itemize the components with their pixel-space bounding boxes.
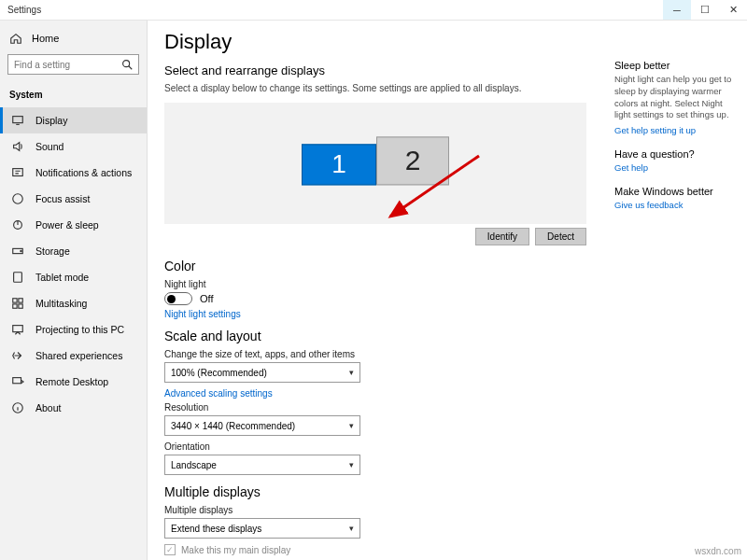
tablet-icon	[11, 271, 24, 284]
projecting-icon	[11, 323, 24, 336]
sidebar-item-storage[interactable]: Storage	[0, 238, 147, 264]
monitor-2[interactable]: 2	[376, 136, 449, 185]
chevron-down-icon: ▾	[349, 421, 354, 430]
sleep-better-heading: Sleep better	[614, 60, 738, 71]
svg-rect-11	[13, 326, 23, 332]
resolution-dropdown[interactable]: 3440 × 1440 (Recommended) ▾	[164, 415, 360, 436]
sidebar-item-label: Notifications & actions	[35, 167, 132, 178]
sidebar-item-label: Tablet mode	[35, 272, 89, 283]
svg-rect-7	[13, 299, 17, 302]
get-help-link[interactable]: Get help	[614, 162, 738, 173]
search-wrap	[0, 50, 147, 84]
rearrange-heading: Select and rearrange displays	[164, 63, 586, 77]
feedback-heading: Make Windows better	[614, 186, 738, 197]
maximize-button[interactable]: ☐	[691, 0, 719, 20]
sidebar-item-multitasking[interactable]: Multitasking	[0, 290, 147, 316]
sidebar-item-label: Sound	[35, 141, 63, 152]
svg-rect-8	[19, 299, 22, 302]
advanced-scaling-link[interactable]: Advanced scaling settings	[164, 388, 586, 399]
sidebar-item-focus[interactable]: Focus assist	[0, 186, 147, 212]
shared-icon	[11, 349, 24, 362]
sidebar-item-shared[interactable]: Shared experiences	[0, 343, 147, 369]
titlebar: Settings ─ ☐ ✕	[0, 0, 747, 21]
svg-rect-2	[13, 169, 23, 176]
search-icon	[120, 58, 134, 71]
sidebar-item-label: Display	[35, 115, 67, 126]
orientation-dropdown[interactable]: Landscape ▾	[164, 455, 360, 475]
svg-point-5	[21, 250, 21, 251]
content-area: Display Select and rearrange displays Se…	[148, 21, 609, 560]
sidebar-item-label: About	[35, 402, 61, 413]
close-button[interactable]: ✕	[719, 0, 747, 20]
sidebar-item-label: Multitasking	[35, 298, 87, 309]
main-display-label: Make this my main display	[181, 545, 290, 555]
svg-rect-6	[14, 273, 22, 283]
page-title: Display	[164, 30, 586, 54]
multiple-displays-label: Multiple displays	[164, 505, 586, 515]
power-icon	[11, 218, 24, 231]
sidebar-item-label: Shared experiences	[35, 350, 122, 361]
color-heading: Color	[164, 259, 586, 273]
identify-button[interactable]: Identify	[475, 228, 529, 245]
about-icon	[11, 401, 24, 414]
question-heading: Have a question?	[614, 148, 738, 160]
window-title: Settings	[0, 5, 41, 15]
night-light-settings-link[interactable]: Night light settings	[164, 309, 586, 319]
home-label: Home	[32, 33, 59, 44]
sidebar-item-label: Focus assist	[35, 193, 90, 204]
sleep-better-text: Night light can help you get to sleep by…	[614, 74, 738, 121]
sidebar-item-display[interactable]: Display	[0, 107, 147, 133]
watermark: wsxdn.com	[695, 546, 741, 556]
home-icon	[9, 32, 22, 45]
detect-button[interactable]: Detect	[535, 228, 586, 245]
night-light-state: Off	[200, 293, 213, 304]
sleep-better-link[interactable]: Get help setting it up	[614, 125, 738, 135]
sidebar-item-label: Storage	[35, 245, 70, 257]
focus-icon	[11, 192, 24, 205]
remote-icon	[11, 375, 24, 388]
sound-icon	[11, 140, 24, 153]
main-display-checkbox-row: ✓ Make this my main display	[164, 544, 586, 555]
storage-icon	[11, 245, 24, 258]
feedback-link[interactable]: Give us feedback	[614, 200, 738, 210]
monitor-1[interactable]: 1	[302, 144, 376, 185]
display-icon	[11, 114, 24, 127]
main-display-checkbox[interactable]: ✓	[164, 544, 176, 555]
multitasking-icon	[11, 297, 24, 310]
notifications-icon	[11, 166, 24, 179]
sidebar-item-tablet[interactable]: Tablet mode	[0, 264, 147, 290]
night-light-toggle[interactable]	[164, 292, 192, 305]
resolution-label: Resolution	[164, 402, 586, 413]
multiple-displays-dropdown[interactable]: Extend these displays ▾	[164, 518, 360, 539]
orientation-value: Landscape	[171, 460, 217, 470]
help-pane: Sleep better Night light can help you ge…	[609, 21, 747, 560]
category-header: System	[0, 84, 147, 107]
svg-rect-10	[19, 304, 22, 308]
window-controls: ─ ☐ ✕	[663, 0, 747, 20]
chevron-down-icon: ▾	[349, 524, 354, 533]
svg-rect-1	[13, 117, 23, 123]
display-arrangement[interactable]: 1 2	[164, 103, 586, 224]
resolution-value: 3440 × 1440 (Recommended)	[171, 421, 295, 431]
sidebar-item-power[interactable]: Power & sleep	[0, 212, 147, 238]
sidebar: Home System Display Sound Notifications …	[0, 21, 148, 560]
chevron-down-icon: ▾	[349, 368, 354, 377]
svg-rect-12	[13, 378, 21, 384]
rearrange-desc: Select a display below to change its set…	[164, 83, 586, 93]
minimize-button[interactable]: ─	[663, 0, 691, 20]
svg-rect-9	[13, 304, 17, 308]
scale-value: 100% (Recommended)	[171, 368, 267, 378]
sidebar-item-label: Projecting to this PC	[35, 324, 124, 335]
multiple-displays-value: Extend these displays	[171, 524, 261, 534]
home-nav[interactable]: Home	[0, 26, 147, 50]
sidebar-item-sound[interactable]: Sound	[0, 133, 147, 160]
search-input[interactable]	[7, 54, 139, 75]
chevron-down-icon: ▾	[349, 460, 354, 469]
sidebar-item-about[interactable]: About	[0, 395, 147, 421]
scale-dropdown[interactable]: 100% (Recommended) ▾	[164, 362, 360, 383]
sidebar-item-remote[interactable]: Remote Desktop	[0, 369, 147, 395]
sidebar-item-label: Remote Desktop	[35, 376, 108, 387]
scale-label: Change the size of text, apps, and other…	[164, 349, 586, 359]
sidebar-item-notifications[interactable]: Notifications & actions	[0, 160, 147, 186]
sidebar-item-projecting[interactable]: Projecting to this PC	[0, 316, 147, 343]
